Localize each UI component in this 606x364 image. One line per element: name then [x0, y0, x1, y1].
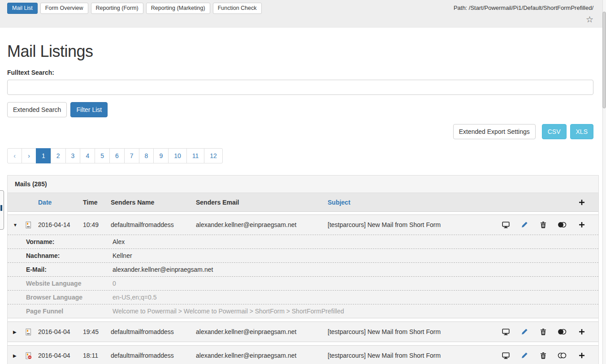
mail-row-block: ▶ 2016-04-04 19:45 defaultmailfromaddess…	[8, 321, 598, 342]
header-add-column-icon[interactable]	[571, 199, 592, 206]
visibility-toggle-on-icon[interactable]	[553, 222, 571, 228]
mail-time: 10:49	[83, 221, 111, 228]
mail-date: 2016-04-04	[38, 352, 83, 359]
tab-function-check[interactable]: Function Check	[213, 3, 262, 14]
detail-label: Browser Language	[26, 294, 113, 301]
delete-trash-icon[interactable]	[534, 328, 553, 335]
detail-value: Kellner	[113, 252, 591, 259]
detail-label: Page Funnel	[26, 308, 113, 315]
tab-reporting-form[interactable]: Reporting (Form)	[91, 3, 143, 14]
mail-row: ▶ 2016-04-04 19:45 defaultmailfromaddess…	[8, 322, 598, 342]
mail-record-icon	[25, 221, 38, 229]
pagination-page-7[interactable]: 7	[124, 148, 139, 163]
pagination-page-9[interactable]: 9	[153, 148, 169, 163]
csv-export-button[interactable]: CSV	[542, 124, 567, 139]
column-header-date[interactable]: Date	[38, 199, 83, 206]
mail-senders-name: defaultmailfromaddess	[111, 352, 196, 359]
mails-panel-title: Mails (285)	[8, 176, 598, 193]
add-plus-icon[interactable]	[571, 222, 592, 228]
mail-senders-email: alexander.kellner@einpraegsam.net	[196, 221, 328, 228]
mail-time: 19:45	[83, 328, 111, 335]
mail-date: 2016-04-04	[38, 328, 83, 335]
extended-export-settings-button[interactable]: Extended Export Settings	[453, 124, 536, 139]
expand-caret-icon[interactable]: ▶	[13, 330, 25, 334]
pagination-page-2[interactable]: 2	[51, 148, 66, 163]
scrollbar-thumb[interactable]	[602, 12, 606, 108]
pagination-page-12[interactable]: 12	[204, 148, 223, 163]
pagination-page-1[interactable]: 1	[36, 148, 51, 163]
pagination-page-10[interactable]: 10	[168, 148, 187, 163]
tab-reporting-marketing[interactable]: Reporting (Marketing)	[146, 3, 210, 14]
detail-value: Welcome to Powermail > Welcome to Powerm…	[113, 308, 591, 315]
pagination-page-5[interactable]: 5	[95, 148, 110, 163]
add-plus-icon[interactable]	[571, 352, 592, 359]
mails-table-header: Date Time Senders Name Senders Email Sub…	[8, 193, 598, 212]
mail-detail-row: Vorname: Alex	[8, 235, 598, 248]
filter-list-button[interactable]: Filter List	[70, 102, 108, 117]
mail-record-icon	[25, 328, 38, 336]
mail-detail-row: Nachname: Kellner	[8, 248, 598, 262]
expand-caret-icon[interactable]: ▶	[13, 353, 25, 358]
pagination-page-3[interactable]: 3	[65, 148, 81, 163]
mail-date: 2016-04-14	[38, 221, 83, 228]
pagination-prev[interactable]: ‹	[7, 148, 22, 163]
tab-form-overview[interactable]: Form Overview	[40, 3, 88, 14]
extended-search-button[interactable]: Extended Search	[7, 102, 67, 117]
preview-monitor-icon[interactable]	[496, 328, 515, 335]
pagination-page-4[interactable]: 4	[80, 148, 95, 163]
mail-detail-row: Website Language 0	[8, 276, 598, 290]
detail-label: Website Language	[26, 280, 113, 287]
module-docheader: Mail List Form Overview Reporting (Form)…	[0, 0, 606, 28]
preview-monitor-icon[interactable]	[496, 221, 515, 228]
add-plus-icon[interactable]	[571, 329, 592, 335]
mails-panel: Mails (285) Date Time Senders Name Sende…	[7, 175, 599, 364]
bookmark-star-icon[interactable]: ☆	[586, 15, 593, 24]
mail-detail-row: Browser Language en-US,en;q=0.5	[8, 290, 598, 304]
mail-subject: [testparcours] New Mail from Short Form	[328, 352, 496, 359]
pagination-page-8[interactable]: 8	[139, 148, 154, 163]
mail-detail-row: Page Funnel Welcome to Powermail > Welco…	[8, 304, 598, 318]
detail-value: alexander.kellner@einpraegsam.net	[113, 266, 591, 273]
detail-value: 0	[113, 280, 591, 287]
mail-subject: [testparcours] New Mail from Short Form	[328, 328, 496, 335]
nav-collapse-handle[interactable]	[0, 190, 4, 230]
mail-senders-name: defaultmailfromaddess	[111, 328, 196, 335]
pagination-page-11[interactable]: 11	[186, 148, 205, 163]
mail-senders-name: defaultmailfromaddess	[111, 221, 196, 228]
page-title: Mail Listings	[7, 42, 599, 61]
delete-trash-icon[interactable]	[534, 221, 553, 228]
page-path: Path: /Start/Powermail/Pi1/Default/Short…	[454, 4, 593, 11]
preview-monitor-icon[interactable]	[496, 352, 515, 359]
visibility-toggle-off-icon[interactable]	[553, 352, 571, 359]
mail-subject: [testparcours] New Mail from Short Form	[328, 221, 496, 228]
edit-pencil-icon[interactable]	[515, 352, 534, 359]
column-header-subject[interactable]: Subject	[328, 199, 496, 206]
mail-row-block: ▶ 2016-04-04 18:11 defaultmailfromaddess…	[8, 345, 598, 364]
mail-record-hidden-icon	[25, 352, 38, 360]
column-header-time: Time	[83, 199, 111, 206]
edit-pencil-icon[interactable]	[515, 221, 534, 228]
pagination-page-6[interactable]: 6	[109, 148, 125, 163]
detail-value: en-US,en;q=0.5	[113, 294, 591, 301]
fulltext-search-label: Fulltext Search:	[7, 69, 599, 76]
mail-senders-email: alexander.kellner@einpraegsam.net	[196, 352, 328, 359]
tab-mail-list[interactable]: Mail List	[7, 3, 38, 14]
visibility-toggle-on-icon[interactable]	[553, 329, 571, 335]
pagination: ‹ › 1 2 3 4 5 6 7 8 9 10 11 12	[7, 148, 223, 163]
column-header-senders-email: Senders Email	[196, 199, 328, 206]
mail-time: 18:11	[83, 352, 111, 359]
column-header-senders-name: Senders Name	[111, 199, 196, 206]
detail-label: Nachname:	[26, 252, 113, 259]
nav-collapse-mark-icon	[0, 205, 2, 211]
detail-label: Vorname:	[26, 238, 113, 245]
mail-row: ▼ 2016-04-14 10:49 defaultmailfromaddess…	[8, 215, 598, 235]
xls-export-button[interactable]: XLS	[570, 124, 593, 139]
collapse-caret-icon[interactable]: ▼	[13, 223, 25, 227]
pagination-next[interactable]: ›	[22, 148, 36, 163]
edit-pencil-icon[interactable]	[515, 328, 534, 335]
mail-detail-row: E-Mail: alexander.kellner@einpraegsam.ne…	[8, 262, 598, 276]
detail-value: Alex	[113, 238, 591, 245]
fulltext-search-input[interactable]	[7, 80, 593, 95]
delete-trash-icon[interactable]	[534, 352, 553, 359]
detail-label: E-Mail:	[26, 266, 113, 273]
